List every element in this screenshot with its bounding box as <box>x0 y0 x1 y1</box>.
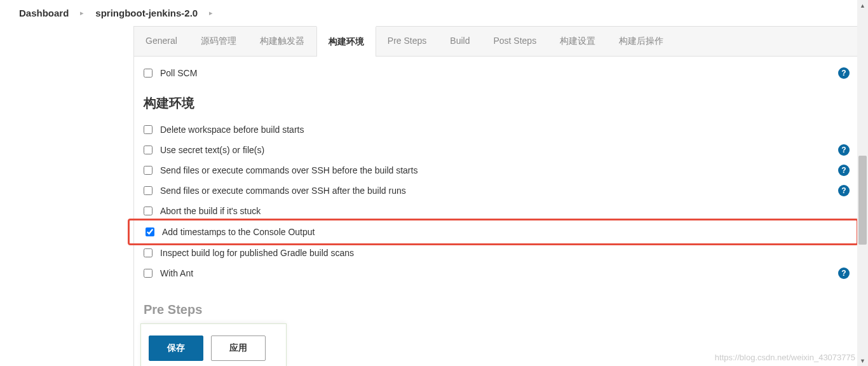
poll-scm-row: Poll SCM ? <box>134 63 861 83</box>
tab-triggers[interactable]: 构建触发器 <box>248 27 316 56</box>
opt-abort-stuck: Abort the build if it's stuck <box>134 201 861 217</box>
breadcrumb-project[interactable]: springboot-jenkins-2.0 <box>95 8 198 18</box>
checkbox-gradle-scans[interactable] <box>144 248 153 257</box>
label-delete-workspace[interactable]: Delete workspace before build starts <box>160 125 304 135</box>
help-icon[interactable]: ? <box>838 268 850 279</box>
checkbox-timestamps[interactable] <box>146 227 154 236</box>
save-button[interactable]: 保存 <box>149 336 203 361</box>
opt-timestamps: Add timestamps to the Console Output <box>130 222 857 242</box>
highlight-annotation: Add timestamps to the Console Output <box>128 219 858 245</box>
pre-steps-heading: Pre Steps <box>134 283 861 325</box>
opt-ssh-before: Send files or execute commands over SSH … <box>134 160 861 180</box>
label-secret-text[interactable]: Use secret text(s) or file(s) <box>160 145 264 155</box>
tab-general[interactable]: General <box>134 27 189 56</box>
tab-build[interactable]: Build <box>438 27 482 56</box>
chevron-right-icon: ▸ <box>80 9 84 17</box>
checkbox-ssh-after[interactable] <box>144 186 153 195</box>
help-icon[interactable]: ? <box>838 67 850 79</box>
checkbox-ssh-before[interactable] <box>144 166 153 175</box>
label-abort-stuck[interactable]: Abort the build if it's stuck <box>160 206 261 216</box>
tab-build-env[interactable]: 构建环境 <box>316 26 376 57</box>
chevron-right-icon: ▸ <box>209 9 213 17</box>
tab-pre-steps[interactable]: Pre Steps <box>376 27 438 56</box>
vertical-scrollbar[interactable]: ▲ ▼ <box>857 0 868 366</box>
poll-scm-checkbox[interactable] <box>144 69 153 78</box>
help-icon[interactable]: ? <box>838 185 850 196</box>
opt-secret-text: Use secret text(s) or file(s) ? <box>134 140 861 160</box>
label-with-ant[interactable]: With Ant <box>160 268 193 278</box>
checkbox-secret-text[interactable] <box>144 146 153 154</box>
poll-scm-label[interactable]: Poll SCM <box>160 68 197 78</box>
build-env-heading: 构建环境 <box>134 83 861 119</box>
opt-with-ant: With Ant ? <box>134 263 861 283</box>
label-ssh-before[interactable]: Send files or execute commands over SSH … <box>160 165 417 175</box>
tab-build-settings[interactable]: 构建设置 <box>548 27 607 56</box>
action-buttons-panel: 保存 应用 <box>140 323 287 366</box>
checkbox-abort-stuck[interactable] <box>144 207 153 215</box>
tab-post-build[interactable]: 构建后操作 <box>607 27 675 56</box>
config-tabs: General 源码管理 构建触发器 构建环境 Pre Steps Build … <box>134 26 861 57</box>
help-icon[interactable]: ? <box>838 144 850 156</box>
scroll-up-icon[interactable]: ▲ <box>857 0 868 11</box>
scrollbar-thumb[interactable] <box>858 156 867 245</box>
tab-scm[interactable]: 源码管理 <box>189 27 248 56</box>
scroll-down-icon[interactable]: ▼ <box>857 355 868 366</box>
label-gradle-scans[interactable]: Inspect build log for published Gradle b… <box>160 248 354 258</box>
opt-delete-workspace: Delete workspace before build starts <box>134 119 861 140</box>
opt-gradle-scans: Inspect build log for published Gradle b… <box>134 247 861 263</box>
tab-post-steps[interactable]: Post Steps <box>482 27 548 56</box>
help-icon[interactable]: ? <box>838 165 850 176</box>
breadcrumb: Dashboard ▸ springboot-jenkins-2.0 ▸ <box>0 0 868 26</box>
section-body: Poll SCM ? 构建环境 Delete workspace before … <box>134 57 861 331</box>
checkbox-delete-workspace[interactable] <box>144 125 153 134</box>
checkbox-with-ant[interactable] <box>144 269 153 278</box>
apply-button[interactable]: 应用 <box>211 336 266 361</box>
opt-ssh-after: Send files or execute commands over SSH … <box>134 180 861 201</box>
config-panel: General 源码管理 构建触发器 构建环境 Pre Steps Build … <box>133 26 862 366</box>
label-timestamps[interactable]: Add timestamps to the Console Output <box>162 227 315 237</box>
breadcrumb-dashboard[interactable]: Dashboard <box>19 8 69 18</box>
label-ssh-after[interactable]: Send files or execute commands over SSH … <box>160 186 406 196</box>
